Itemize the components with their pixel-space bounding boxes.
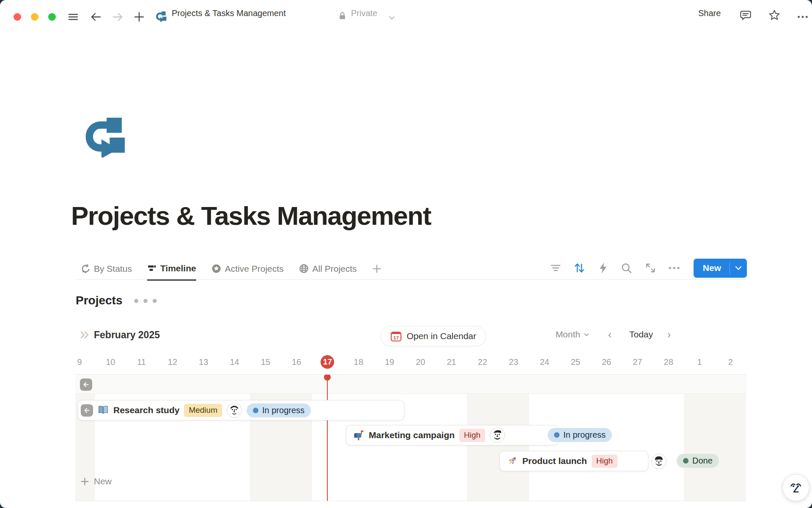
task-name: Marketing campaign (369, 430, 455, 440)
priority-badge[interactable]: High (459, 429, 485, 442)
lock-icon (336, 10, 348, 22)
page-title: Projects & Tasks Management (71, 201, 431, 231)
status-label: In progress (563, 430, 606, 440)
tab-label: All Projects (313, 264, 357, 274)
timeline-month-label: February 2025 (94, 329, 160, 341)
task-name: Research study (113, 405, 179, 415)
privacy-label[interactable]: Private (351, 8, 377, 18)
open-book-icon (98, 405, 109, 416)
share-button[interactable]: Share (698, 8, 721, 18)
assignee-avatar[interactable] (227, 403, 242, 418)
close-window-button[interactable] (14, 13, 21, 21)
priority-badge[interactable]: High (592, 455, 617, 468)
view-toolbar: New (550, 257, 747, 279)
open-in-calendar-label: Open in Calendar (406, 331, 476, 341)
status-dot (554, 432, 560, 438)
plus-icon (80, 477, 89, 486)
tab-label: Active Projects (225, 264, 284, 274)
back-icon[interactable] (90, 11, 102, 23)
next-month-icon[interactable]: › (667, 329, 671, 341)
task-bar-marketing-campaign[interactable]: Marketing campaign High (346, 425, 559, 445)
section-options-icon[interactable]: ● ● ● (134, 295, 159, 306)
timeline-grid-body: Research study Medium In progress Market… (75, 374, 747, 501)
date-cell-15: 15 (250, 350, 281, 374)
date-cell-19: 19 (374, 350, 405, 374)
forward-icon[interactable] (112, 11, 123, 23)
calendar-icon: 17 (390, 331, 402, 342)
row-divider (75, 393, 747, 394)
tab-all-projects[interactable]: All Projects (299, 257, 357, 280)
status-dot (253, 408, 258, 413)
date-cell-27: 27 (622, 350, 653, 374)
sidebar-menu-icon[interactable] (67, 11, 79, 23)
previous-month-icon[interactable]: ‹ (608, 329, 612, 341)
today-marker-line (327, 375, 328, 501)
status-pill[interactable]: In progress (548, 428, 612, 442)
open-in-calendar-button[interactable]: 17 Open in Calendar (381, 326, 486, 346)
status-label: Done (692, 456, 713, 466)
comments-icon[interactable] (740, 9, 752, 21)
rocket-icon (507, 456, 518, 467)
tab-active-projects[interactable]: Active Projects (211, 257, 284, 280)
add-view-button[interactable] (372, 257, 381, 280)
date-cell-25: 25 (560, 350, 591, 374)
mailbox-icon (353, 430, 364, 441)
timeline-dates-row: 9101112131415161718192021222324252627281… (75, 350, 747, 374)
chevron-down-icon (584, 333, 590, 337)
page-logo-icon[interactable] (81, 118, 127, 157)
priority-badge[interactable]: Medium (184, 404, 222, 417)
automations-lightning-icon[interactable] (597, 262, 609, 274)
date-cell-20: 20 (405, 350, 436, 374)
new-button-label: New (694, 259, 730, 278)
timeline-header: February 2025 17 Open in Calendar Month … (75, 325, 747, 347)
timeline-scale-select[interactable]: Month (556, 329, 590, 340)
tab-by-status[interactable]: By Status (80, 257, 132, 280)
task-bar-research-study[interactable]: Research study Medium In progress (78, 400, 404, 420)
svg-text:17: 17 (393, 335, 399, 340)
assignee-avatar[interactable] (651, 454, 667, 469)
date-cell-21: 21 (436, 350, 467, 374)
scroll-to-start-button[interactable] (81, 404, 93, 417)
date-cell-12: 12 (157, 350, 188, 374)
tab-timeline[interactable]: Timeline (147, 257, 196, 281)
add-new-label: New (94, 476, 112, 486)
view-tabs: By Status Timeline Active Projects All P… (80, 257, 381, 280)
more-options-icon[interactable] (797, 11, 809, 23)
new-tab-icon[interactable] (133, 11, 145, 23)
zoom-window-button[interactable] (48, 13, 56, 21)
add-new-task-button[interactable]: New (80, 476, 112, 486)
section-title: Projects (76, 294, 123, 307)
status-pill[interactable]: Done (677, 454, 719, 468)
new-button[interactable]: New (694, 259, 747, 278)
search-icon[interactable] (621, 262, 633, 274)
status-label: In progress (262, 406, 304, 415)
window-doc-title: Projects & Tasks Management (172, 8, 286, 18)
date-cell-1: 1 (684, 350, 715, 374)
scroll-to-offscreen-item-button[interactable] (80, 378, 92, 391)
sort-icon[interactable] (573, 262, 585, 274)
chevron-down-icon[interactable] (386, 12, 398, 24)
task-bar-product-launch[interactable]: Product launch High (499, 451, 648, 471)
assignee-avatar[interactable] (490, 428, 505, 443)
date-cell-13: 13 (188, 350, 219, 374)
ai-assistant-button[interactable] (782, 474, 809, 501)
collapse-sidebar-icon[interactable] (80, 330, 91, 341)
minimize-window-button[interactable] (31, 13, 38, 21)
tab-label: Timeline (160, 263, 196, 273)
section-heading-row: Projects ● ● ● (76, 294, 158, 307)
date-cell-22: 22 (467, 350, 498, 374)
today-button[interactable]: Today (629, 329, 653, 340)
date-cell-14: 14 (219, 350, 250, 374)
new-button-chevron-icon[interactable] (730, 259, 747, 278)
date-cell-2: 2 (715, 350, 746, 374)
status-dot (683, 458, 689, 464)
page-icon (155, 11, 167, 22)
status-pill[interactable]: In progress (247, 403, 311, 417)
filter-icon[interactable] (550, 262, 562, 274)
favorite-star-icon[interactable] (768, 9, 780, 21)
expand-icon[interactable] (645, 262, 656, 274)
tab-label: By Status (94, 264, 132, 274)
date-cell-24: 24 (529, 350, 560, 374)
view-options-icon[interactable] (668, 262, 680, 274)
timeline-row (75, 375, 747, 393)
